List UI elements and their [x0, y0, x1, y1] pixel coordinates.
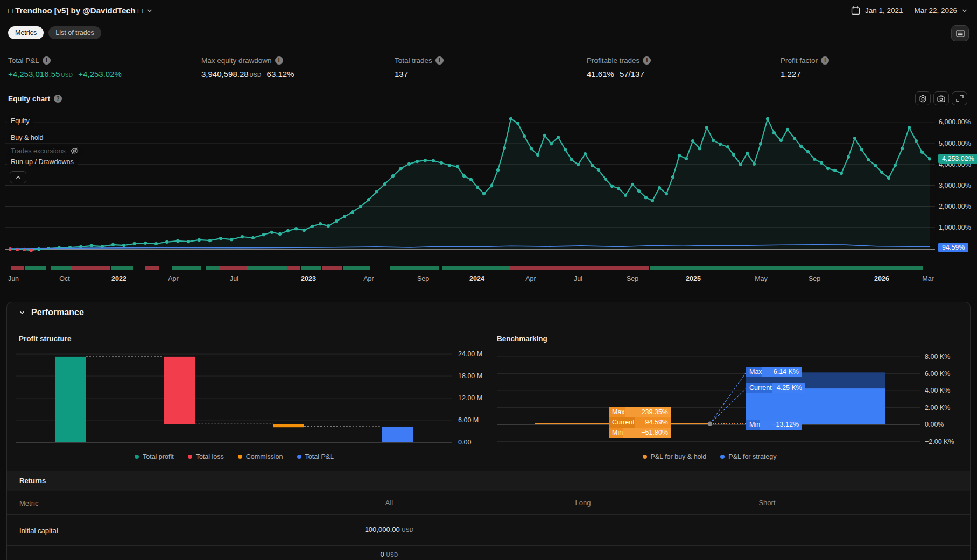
strategy-title-text: □ Trendhoo [v5] by @DaviddTech □ — [8, 6, 143, 15]
strategy-max-chip: Max6.14 K% — [746, 367, 802, 377]
svg-text:Mar: Mar — [922, 275, 934, 282]
chart-settings-button[interactable] — [915, 91, 931, 105]
info-icon[interactable]: i — [275, 56, 283, 65]
date-range-text: Jan 1, 2021 — Mar 22, 2026 — [865, 6, 957, 15]
svg-text:Apr: Apr — [168, 275, 178, 282]
buy-hold-stats-box: Max239.35% Current94.59% Min−51.80% — [609, 407, 671, 438]
camera-icon — [937, 95, 945, 102]
table-row-initial-capital: Initial capital 100,000.00 USD — [7, 514, 970, 545]
buy-hold-min: −51.80% — [623, 428, 671, 438]
svg-text:Sep: Sep — [627, 275, 638, 282]
svg-text:May: May — [755, 275, 768, 282]
legend-commission[interactable]: Commission — [238, 453, 283, 460]
svg-text:Sep: Sep — [417, 275, 429, 282]
equity-chart-title: Equity chart ? — [8, 95, 62, 103]
svg-text:Apr: Apr — [525, 275, 536, 282]
metric-profitable-trades: Profitable tradesi 41.61%57/137 — [587, 56, 651, 79]
legend-total-profit[interactable]: Total profit — [135, 453, 174, 460]
profit-structure-legend: Total profit Total loss Commission Total… — [16, 453, 452, 460]
metric-label: Profit factor — [781, 56, 818, 65]
metric-value: 137 — [395, 69, 408, 79]
metric-max-drawdown: Max equity drawdowni 3,940,598.28USD63.1… — [201, 56, 294, 79]
legend-total-loss[interactable]: Total loss — [188, 453, 224, 460]
profit-structure-title: Profit structure — [19, 335, 72, 343]
legend-total-pnl[interactable]: Total P&L — [297, 453, 334, 460]
svg-text:1,000.00%: 1,000.00% — [939, 224, 971, 231]
svg-text:Oct: Oct — [59, 275, 70, 282]
svg-text:3,000.00%: 3,000.00% — [939, 182, 971, 189]
calendar-icon — [851, 6, 860, 15]
metric-label: Total trades — [395, 56, 432, 65]
info-icon[interactable]: i — [435, 56, 444, 65]
chevron-down-icon — [19, 310, 25, 315]
metric-label: Max equity drawdown — [201, 56, 272, 65]
col-short: Short — [746, 499, 789, 507]
svg-text:2,000.00%: 2,000.00% — [939, 203, 971, 210]
benchmarking-title: Benchmarking — [497, 335, 547, 343]
chart-snapshot-button[interactable] — [933, 91, 949, 105]
legend-item-trades-excursions[interactable]: Trades excursions — [7, 146, 83, 156]
chevron-down-icon — [147, 8, 152, 13]
metric-total-pnl: Total P&Li +4,253,016.55USD+4,253.02% — [8, 56, 122, 79]
chart-fullscreen-button[interactable] — [952, 91, 967, 105]
fullscreen-icon — [956, 95, 964, 102]
legend-item-equity[interactable]: Equity — [7, 116, 33, 126]
svg-text:Apr: Apr — [363, 275, 374, 282]
svg-text:Sep: Sep — [809, 275, 820, 282]
info-icon[interactable]: i — [821, 56, 829, 65]
date-range-picker[interactable]: Jan 1, 2021 — Mar 22, 2026 — [851, 6, 967, 15]
buy-hold-max: 239.35% — [625, 407, 671, 417]
strategy-title[interactable]: □ Trendhoo [v5] by @DaviddTech □ — [8, 6, 152, 15]
chevron-down-icon — [962, 8, 967, 13]
tab-metrics[interactable]: Metrics — [8, 26, 44, 39]
equity-current-badge: 4,253.02% — [938, 154, 977, 164]
svg-text:6,000.00%: 6,000.00% — [939, 118, 971, 126]
metric-value: 41.61% — [587, 69, 614, 79]
svg-text:2024: 2024 — [469, 275, 484, 282]
legend-pnl-strategy[interactable]: P&L for strategy — [720, 453, 776, 460]
metric-value: 3,940,598.28 — [201, 69, 249, 79]
rows-icon — [956, 30, 965, 37]
equity-data-points — [9, 117, 931, 252]
metric-label: Profitable trades — [587, 56, 639, 65]
info-icon[interactable]: i — [43, 56, 51, 65]
returns-section-header[interactable]: Returns — [7, 471, 970, 491]
strategy-min-chip: Min−13.12% — [746, 420, 802, 430]
eye-off-icon — [70, 147, 79, 155]
returns-column-headers: Metric All Long Short — [7, 491, 970, 514]
legend-pnl-buy-hold[interactable]: P&L for buy & hold — [643, 453, 707, 460]
metric-profit-factor: Profit factori 1.227 — [781, 56, 829, 79]
performance-section-header[interactable]: Performance — [19, 308, 84, 317]
svg-text:2023: 2023 — [301, 275, 316, 282]
svg-text:Jul: Jul — [574, 275, 582, 282]
metric-total-trades: Total tradesi 137 — [395, 56, 444, 79]
table-row-open-pnl: Open P&L 0 USD — [7, 545, 970, 560]
help-icon[interactable]: ? — [54, 95, 62, 103]
col-all: All — [308, 499, 470, 507]
strategy-current-chip: Current4.25 K% — [746, 383, 805, 393]
svg-text:Jun: Jun — [8, 275, 19, 282]
col-metric: Metric — [19, 499, 38, 507]
metric-value: +4,253,016.55 — [8, 69, 60, 79]
collapse-legend-button[interactable] — [10, 171, 26, 183]
benchmarking-legend: P&L for buy & hold P&L for strategy — [497, 453, 922, 460]
equity-chart[interactable]: 6,000.00%5,000.00%4,000.00%3,000.00%2,00… — [0, 94, 977, 288]
chart-toolbar — [915, 91, 967, 105]
buy-hold-current-badge: 94.59% — [938, 243, 968, 252]
metric-label: Total P&L — [8, 56, 39, 65]
svg-text:2025: 2025 — [686, 275, 701, 282]
col-long: Long — [561, 499, 605, 507]
view-tabs: Metrics List of trades — [8, 26, 101, 39]
svg-text:2022: 2022 — [111, 275, 126, 282]
legend-item-buy-and-hold[interactable]: Buy & hold — [7, 133, 47, 143]
settings-icon — [919, 95, 927, 103]
metric-value: 1.227 — [781, 69, 801, 79]
svg-text:5,000.00%: 5,000.00% — [939, 140, 971, 147]
svg-text:2026: 2026 — [874, 275, 889, 282]
chevron-up-icon — [16, 175, 21, 180]
legend-item-runup-drawdowns[interactable]: Run-up / Drawdowns — [7, 157, 78, 167]
info-icon[interactable]: i — [643, 56, 651, 65]
report-layout-button[interactable] — [951, 25, 969, 41]
tab-list-of-trades[interactable]: List of trades — [48, 26, 101, 39]
svg-text:Jul: Jul — [230, 275, 238, 282]
